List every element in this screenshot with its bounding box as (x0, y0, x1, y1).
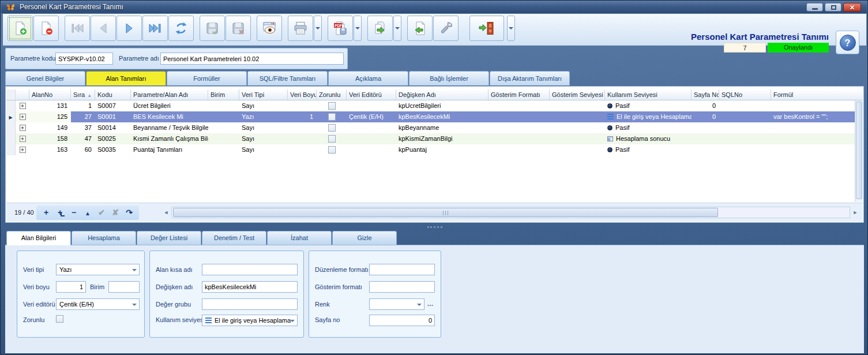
print-dropdown-button[interactable] (314, 16, 322, 41)
cell-zorunlu[interactable] (317, 144, 347, 155)
tab-formuller[interactable]: Formüller (167, 71, 247, 85)
first-record-button[interactable] (65, 16, 90, 41)
print-button[interactable] (288, 16, 313, 41)
panel-splitter[interactable] (5, 223, 864, 230)
column-header-gosterim-seviyesi[interactable]: Gösterim Seviyesi (550, 89, 605, 100)
refresh-button[interactable] (168, 16, 194, 41)
expand-button[interactable] (16, 144, 29, 155)
column-header-birim[interactable]: Birim (208, 89, 239, 100)
add-row-button[interactable] (40, 207, 52, 219)
minimize-button[interactable] (806, 3, 823, 12)
new-record-button[interactable] (7, 16, 33, 41)
veri-boyu-input[interactable] (56, 281, 86, 293)
renk-select[interactable] (369, 298, 424, 310)
birim-input[interactable] (108, 281, 140, 293)
preview-button[interactable] (257, 16, 282, 41)
column-header-gosterim-formati[interactable]: Gösterim Formatı (489, 89, 550, 100)
cell-zorunlu[interactable] (317, 122, 347, 133)
horizontal-scrollbar[interactable] (171, 207, 850, 218)
pdf-export-button[interactable]: PDF (328, 16, 353, 41)
column-header-veri-tipi[interactable]: Veri Tipi (239, 89, 288, 100)
expand-button[interactable] (16, 133, 29, 144)
column-header-kodu[interactable]: Kodu (95, 89, 131, 100)
tab-denetim-test[interactable]: Denetim / Test (202, 231, 266, 245)
move-up-button[interactable] (81, 207, 94, 219)
save-button[interactable] (200, 16, 225, 41)
veri-editoru-select[interactable]: Çentik (E/H) (56, 298, 140, 310)
kullanim-seviyesi-select[interactable]: El ile giriş veya Hesaplama (202, 315, 298, 326)
refresh-rows-button[interactable] (123, 207, 136, 219)
zorunlu-checkbox[interactable] (328, 146, 336, 154)
table-row-selected[interactable]: 125 27 S0001 BES Kesilecek Mi Yazı 1 Çen… (6, 111, 855, 122)
vertical-scrollbar-thumb[interactable] (856, 102, 862, 199)
previous-record-button[interactable] (91, 16, 116, 41)
expand-button[interactable] (16, 111, 29, 122)
cell-zorunlu[interactable] (317, 133, 347, 144)
zorunlu-checkbox[interactable] (328, 124, 336, 132)
column-header-degisken-adi[interactable]: Değişken Adı (396, 89, 489, 100)
table-row[interactable]: 149 37 S0014 Beyanname / Teşvik Bilgiler… (6, 122, 855, 133)
vertical-scrollbar[interactable] (855, 100, 863, 202)
table-row[interactable]: 158 47 S0025 Kısmi Zamanlı Çalışma Bilgi… (6, 133, 855, 144)
tab-genel-bilgiler[interactable]: Genel Bilgiler (5, 71, 85, 85)
tab-izahat[interactable]: İzahat (267, 231, 332, 245)
delete-record-button[interactable] (33, 16, 59, 41)
scroll-left-button[interactable] (162, 207, 170, 218)
save-cancel-button[interactable] (226, 16, 251, 41)
expand-button[interactable] (16, 100, 29, 111)
close-button[interactable] (843, 3, 861, 12)
column-header-sira[interactable]: Sıra (71, 89, 95, 100)
copy-export-button[interactable] (367, 16, 393, 41)
pdf-dropdown-button[interactable] (354, 16, 362, 41)
tab-alan-bilgileri[interactable]: Alan Bilgileri (6, 231, 71, 245)
import-button[interactable] (407, 16, 433, 41)
horizontal-scrollbar-thumb[interactable] (173, 208, 718, 217)
column-header-veri-boyu[interactable]: Veri Boyu (288, 89, 317, 100)
zorunlu-checkbox[interactable] (328, 113, 336, 121)
tab-disa-aktarim-tanimlari[interactable]: Dışa Aktarım Tanımları (490, 71, 570, 85)
column-header-veri-editoru[interactable]: Veri Editörü (347, 89, 396, 100)
veri-tipi-select[interactable]: Yazı (56, 264, 140, 275)
cell-zorunlu[interactable] (317, 111, 347, 122)
confirm-edit-button[interactable] (95, 207, 108, 219)
table-row[interactable]: 163 60 S0035 Puantaj Tanımları Sayı kpPu… (6, 144, 855, 155)
sayfa-no-input[interactable] (369, 315, 435, 326)
deger-grubu-input[interactable] (202, 298, 298, 310)
exit-button[interactable] (469, 16, 504, 41)
table-row[interactable]: 131 1 S0007 Ücret Bilgileri Sayı kpUcret… (6, 100, 855, 111)
renk-more-button[interactable] (426, 298, 435, 310)
restore-button[interactable] (825, 3, 841, 12)
zorunlu-checkbox[interactable] (328, 102, 336, 110)
column-header-sayfa-no[interactable]: Sayfa No (692, 89, 719, 100)
parametre-adi-input[interactable] (160, 53, 344, 65)
tab-hesaplama[interactable]: Hesaplama (72, 231, 136, 245)
tools-button[interactable] (433, 16, 459, 41)
gosterim-formati-input[interactable] (369, 281, 435, 293)
column-header-sqlno[interactable]: SQLNo (719, 89, 771, 100)
column-header-parametre-alan-adi[interactable]: Parametre/Alan Adı (131, 89, 208, 100)
copy-dropdown-button[interactable] (393, 16, 401, 41)
zorunlu-checkbox[interactable] (328, 135, 336, 143)
alan-kisa-adi-input[interactable] (202, 264, 298, 275)
parametre-kodu-input[interactable] (55, 53, 113, 65)
duzenleme-formati-input[interactable] (369, 264, 435, 275)
cancel-edit-button[interactable] (109, 207, 122, 219)
exit-dropdown-button[interactable] (507, 16, 515, 41)
tab-aciklama[interactable]: Açıklama (328, 71, 408, 85)
tab-gizle[interactable]: Gizle (332, 231, 397, 245)
expand-button[interactable] (16, 122, 29, 133)
column-header-formul[interactable]: Formül (771, 89, 863, 100)
last-record-button[interactable] (142, 16, 168, 41)
tab-bagli-islemler[interactable]: Bağlı İşlemler (409, 71, 489, 85)
tab-deger-listesi[interactable]: Değer Listesi (137, 231, 201, 245)
delete-row-button[interactable] (67, 207, 80, 219)
tab-alan-tanimlari[interactable]: Alan Tanımları (86, 71, 166, 85)
column-header-kullanim-seviyesi[interactable]: Kullanım Seviyesi (605, 89, 692, 100)
add-child-row-button[interactable] (54, 207, 66, 219)
help-button[interactable] (836, 31, 859, 54)
next-record-button[interactable] (117, 16, 142, 41)
cell-zorunlu[interactable] (317, 100, 347, 111)
scroll-right-button[interactable] (851, 207, 859, 218)
degisken-adi-input[interactable] (202, 281, 298, 293)
tab-sql-filtre-tanimlari[interactable]: SQL/Filtre Tanımları (247, 71, 328, 85)
